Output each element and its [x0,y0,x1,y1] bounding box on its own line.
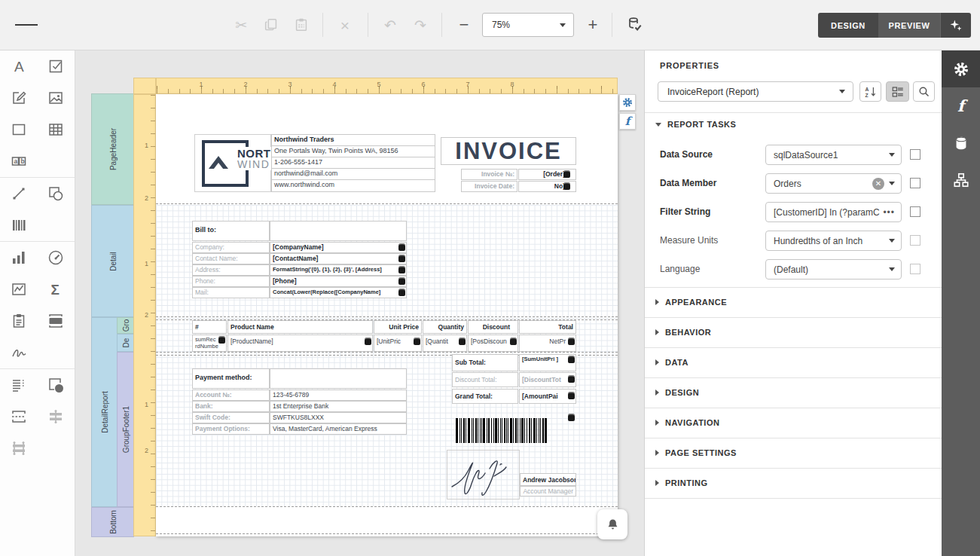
band-detail1[interactable]: De [118,335,133,351]
bank-field[interactable]: 1st Enterprise Bank [270,401,407,412]
bill-to-header[interactable]: Bill to: [192,221,270,241]
sub-total-field[interactable]: [SumUnitPri ] [519,354,576,371]
sub-total-label[interactable]: Sub Total: [452,354,518,371]
zoom-in-icon[interactable]: + [582,13,604,37]
clear-value-icon[interactable]: ✕ [872,178,884,190]
redo-icon[interactable]: ↷ [409,13,432,37]
cross-band-line-tool-icon[interactable] [38,401,75,432]
col-header-product[interactable]: Product Name [227,320,373,334]
barcode-tool-icon[interactable] [0,209,38,241]
preview-button[interactable]: PREVIEW [878,13,940,38]
zoom-out-icon[interactable]: − [453,13,475,37]
notifications-button[interactable] [597,509,627,539]
col-header-discount[interactable]: Discount [468,320,518,334]
bill-address-label[interactable]: Address: [192,264,270,276]
bill-mail-label[interactable]: Mail: [192,287,270,298]
col-header-quantity[interactable]: Quantity [423,320,467,334]
table-of-contents-tool-icon[interactable] [0,369,38,401]
discount-total-label[interactable]: Discount Total: [452,372,518,387]
measure-units-checkbox[interactable] [910,235,920,246]
design-surface[interactable]: PageHeader Detail DetailReport Gro De Gr… [75,50,644,556]
company-name-field[interactable]: Northwind Traders [271,134,435,146]
payment-options-label[interactable]: Payment Options: [192,423,270,435]
grand-total-label[interactable]: Grand Total: [452,389,518,404]
rich-text-tool-icon[interactable] [0,82,38,114]
character-comb-tool-icon[interactable]: ab [0,145,38,177]
invoice-date-field[interactable]: No) [518,181,576,192]
section-behavior[interactable]: BEHAVIOR [655,328,711,337]
report-tasks-gear-button[interactable] [619,94,636,111]
measure-units-dropdown[interactable]: Hundredths of an Inch [765,231,902,251]
undo-icon[interactable]: ↶ [379,13,401,37]
tab-expressions[interactable]: f [942,87,980,124]
cut-icon[interactable]: ✂ [230,13,252,37]
language-dropdown[interactable]: (Default) [765,259,902,280]
company-website-field[interactable]: www.northwind.com [271,179,435,192]
design-button[interactable]: DESIGN [818,13,878,38]
picture-box-tool-icon[interactable] [38,82,75,114]
filter-string-checkbox[interactable] [910,206,920,217]
company-phone-field[interactable]: 1-206-555-1417 [271,157,435,169]
bill-to-value-box[interactable] [270,221,407,241]
company-logo[interactable]: NORTH WIND [194,134,271,192]
band-group-footer1[interactable]: GroupFooter1 [118,353,133,506]
grouped-view-button[interactable] [886,81,909,102]
summary-tool-icon[interactable]: Σ [38,273,75,305]
band-group-header1[interactable]: Gro [118,318,133,333]
search-properties-button[interactable] [913,81,935,102]
bill-company-label[interactable]: Company: [192,242,270,253]
grand-total-field[interactable]: [AmountPai [519,389,576,404]
checkbox-tool-icon[interactable] [38,50,75,82]
signature-tool-icon[interactable] [0,337,38,368]
bill-contact-label[interactable]: Contact Name: [192,253,270,264]
panel-tool-icon[interactable] [0,114,38,145]
section-data[interactable]: DATA [655,358,688,367]
bill-mail-field[interactable]: Concat(Lower(Replace([CompanyName] [270,287,407,298]
discount-total-field[interactable]: [DiscountTot [519,372,576,387]
tab-field-list[interactable] [942,124,980,161]
band-page-header[interactable]: PageHeader [92,94,133,204]
pdf-content-tool-icon[interactable]: PDF [38,305,75,337]
paste-icon[interactable] [290,13,313,37]
expression-editor-button[interactable]: f [619,113,636,130]
bill-contact-field[interactable]: [ContactName] [270,253,407,264]
validate-report-icon[interactable] [624,13,646,37]
chart-tool-icon[interactable] [0,242,38,273]
col-header-unit-price[interactable]: Unit Price [374,320,422,334]
barcode-element[interactable] [456,418,576,443]
invoice-title[interactable]: INVOICE [441,137,576,165]
data-source-dropdown[interactable]: sqlDataSource1 [765,145,902,165]
sort-az-button[interactable]: A Z [859,81,881,102]
zoom-level-select[interactable]: 75% [482,13,574,37]
section-design[interactable]: DESIGN [655,388,699,397]
cell-unit-price[interactable]: [UnitPric [374,335,422,352]
filter-string-editor[interactable]: [CustomerID] In (?paramC... ••• [765,202,902,222]
report-page[interactable]: NORTH WIND Northwind Traders One Portals… [156,94,618,536]
invoice-date-label[interactable]: Invoice Date: [461,181,517,192]
invoice-number-label[interactable]: Invoice №: [461,169,517,180]
delete-icon[interactable]: × [334,13,356,37]
ai-sparkle-button[interactable] [940,13,971,38]
band-detail[interactable]: Detail [92,206,133,316]
line-tool-icon[interactable] [0,178,38,209]
bill-address-field[interactable]: FormatString('{0}, {1}, {2}, {3}', [Addr… [270,264,407,276]
report-tasks-section-header[interactable]: REPORT TASKS [655,120,736,129]
payment-method-header[interactable]: Payment method: [192,368,270,389]
gauge-tool-icon[interactable] [38,242,75,273]
band-bottom-margin[interactable]: Bottom [92,508,133,536]
band-detail-report[interactable]: DetailReport [92,318,117,506]
cross-band-box-tool-icon[interactable] [0,432,38,464]
section-printing[interactable]: PRINTING [655,478,708,487]
payment-options-field[interactable]: Visa, MasterCard, American Express [270,423,407,435]
cell-product-name[interactable]: [ProductName] [227,335,373,352]
col-header-total[interactable]: Total [519,320,576,334]
account-number-label[interactable]: Account №: [192,390,270,401]
data-source-checkbox[interactable] [910,149,920,160]
bill-phone-label[interactable]: Phone: [192,276,270,287]
table-tool-icon[interactable] [38,114,75,145]
company-email-field[interactable]: northwind@mail.com [271,168,435,180]
section-page-settings[interactable]: PAGE SETTINGS [655,448,737,457]
bill-company-field[interactable]: [CompanyName] [270,242,407,253]
section-navigation[interactable]: NAVIGATION [655,418,719,427]
signature-image[interactable] [447,450,520,499]
